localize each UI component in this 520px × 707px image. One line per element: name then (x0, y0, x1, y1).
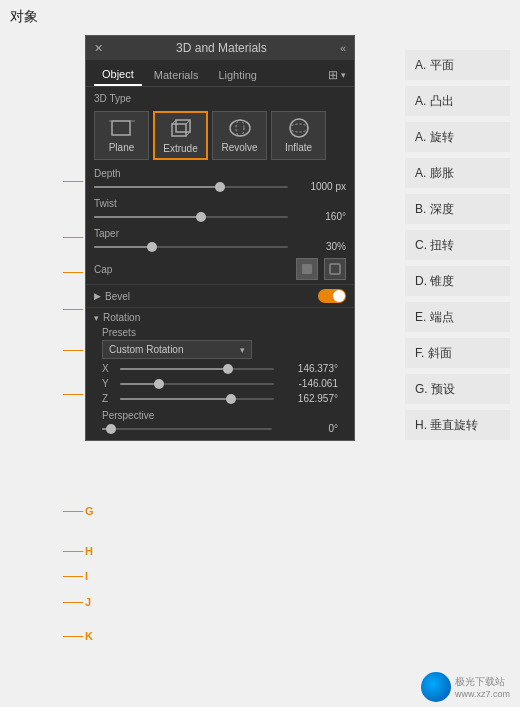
panel-tabs: Object Materials Lighting ⊞ ▾ (86, 60, 354, 87)
y-axis-slider-thumb[interactable] (154, 379, 164, 389)
perspective-slider: 0° (102, 423, 338, 434)
rotation-title: Rotation (103, 312, 140, 323)
callout-h-line (63, 551, 83, 552)
x-axis-slider-track[interactable] (120, 368, 274, 370)
panel-close-button[interactable]: ✕ (94, 42, 103, 55)
callout-c-line (63, 272, 83, 273)
svg-rect-3 (172, 124, 186, 136)
callout-b-line (63, 237, 83, 238)
perspective-value: 0° (278, 423, 338, 434)
x-axis-slider-fill (120, 368, 228, 370)
cap-icons (296, 258, 346, 280)
panel-title: 3D and Materials (176, 41, 267, 55)
z-axis-slider-track[interactable] (120, 398, 274, 400)
y-axis-label: Y (102, 378, 116, 389)
cap-btn-1[interactable] (296, 258, 318, 280)
y-axis-value: -146.061 (278, 378, 338, 389)
tab-lighting[interactable]: Lighting (210, 65, 265, 85)
depth-value: 1000 px (294, 181, 346, 192)
z-axis-slider-thumb[interactable] (226, 394, 236, 404)
bevel-toggle-knob (333, 290, 345, 302)
bevel-row: ▶ Bevel (86, 284, 354, 307)
x-axis-label: X (102, 363, 116, 374)
y-axis-slider-track[interactable] (120, 383, 274, 385)
tab-icon[interactable]: ⊞ ▾ (328, 68, 346, 82)
type-btn-plane[interactable]: Plane (94, 111, 149, 160)
callout-h: H (63, 545, 93, 557)
callout-a-line (63, 181, 83, 182)
bevel-expand-icon[interactable]: ▶ (94, 291, 101, 301)
svg-point-8 (230, 120, 250, 136)
twist-slider-fill (94, 216, 201, 218)
taper-value: 30% (294, 241, 346, 252)
perspective-slider-thumb[interactable] (106, 424, 116, 434)
callout-j: J (63, 596, 91, 608)
z-axis-row: Z 162.957° (94, 391, 346, 406)
taper-slider-track[interactable] (94, 246, 288, 248)
rotation-header: ▾ Rotation (94, 312, 346, 323)
svg-point-9 (236, 120, 244, 136)
right-label-7: E. 端点 (405, 302, 510, 332)
perspective-slider-track[interactable] (102, 428, 272, 430)
taper-label: Taper (94, 228, 346, 239)
right-label-3: A. 膨胀 (405, 158, 510, 188)
depth-label: Depth (94, 168, 346, 179)
right-label-1: A. 凸出 (405, 86, 510, 116)
twist-slider-thumb[interactable] (196, 212, 206, 222)
panel-collapse-button[interactable]: « (340, 42, 346, 54)
right-label-0: A. 平面 (405, 50, 510, 80)
svg-rect-12 (302, 264, 312, 274)
tab-object[interactable]: Object (94, 64, 142, 86)
z-axis-slider-fill (120, 398, 231, 400)
right-label-6: D. 锥度 (405, 266, 510, 296)
right-label-9: G. 预设 (405, 374, 510, 404)
svg-point-11 (290, 124, 308, 132)
callout-f-line (63, 394, 83, 395)
cap-label: Cap (94, 264, 296, 275)
inflate-label: Inflate (285, 142, 312, 153)
callout-g-line (63, 511, 83, 512)
revolve-icon (226, 116, 254, 140)
extrude-icon (167, 117, 195, 141)
x-axis-value: 146.373° (278, 363, 338, 374)
y-axis-row: Y -146.061 (94, 376, 346, 391)
x-axis-slider-thumb[interactable] (223, 364, 233, 374)
watermark-logo (421, 672, 451, 702)
watermark-text: 极光下载站 www.xz7.com (455, 675, 510, 699)
plane-icon (108, 116, 136, 140)
z-axis-value: 162.957° (278, 393, 338, 404)
bevel-label: Bevel (105, 291, 318, 302)
callout-j-line (63, 602, 83, 603)
taper-slider-thumb[interactable] (147, 242, 157, 252)
right-labels-container: A. 平面 A. 凸出 A. 旋转 A. 膨胀 B. 深度 C. 扭转 D. 锥… (405, 50, 510, 446)
taper-row: Taper 30% (86, 226, 354, 256)
inflate-icon (285, 116, 313, 140)
type-btn-inflate[interactable]: Inflate (271, 111, 326, 160)
presets-select[interactable]: Custom Rotation ▾ (102, 340, 252, 359)
depth-slider-fill (94, 186, 220, 188)
grid-icon: ⊞ (328, 68, 338, 82)
cap-row: Cap (86, 256, 354, 284)
bevel-toggle[interactable] (318, 289, 346, 303)
callout-k-line (63, 636, 83, 637)
perspective-row: Perspective 0° (94, 406, 346, 436)
svg-rect-13 (330, 264, 340, 274)
depth-slider-container: 1000 px (94, 181, 346, 192)
twist-slider-track[interactable] (94, 216, 288, 218)
depth-row: Depth 1000 px (86, 166, 354, 196)
plane-label: Plane (109, 142, 135, 153)
depth-slider-thumb[interactable] (215, 182, 225, 192)
presets-row: Presets Custom Rotation ▾ (94, 323, 346, 361)
revolve-label: Revolve (221, 142, 257, 153)
cap-btn-2[interactable] (324, 258, 346, 280)
z-axis-label: Z (102, 393, 116, 404)
depth-slider-track[interactable] (94, 186, 288, 188)
type-btn-extrude[interactable]: Extrude (153, 111, 208, 160)
taper-slider-fill (94, 246, 152, 248)
callout-d-line (63, 309, 83, 310)
tab-materials[interactable]: Materials (146, 65, 207, 85)
presets-chevron-icon: ▾ (240, 345, 245, 355)
type-btn-revolve[interactable]: Revolve (212, 111, 267, 160)
presets-label: Presets (102, 327, 338, 338)
rotation-expand-icon[interactable]: ▾ (94, 313, 99, 323)
